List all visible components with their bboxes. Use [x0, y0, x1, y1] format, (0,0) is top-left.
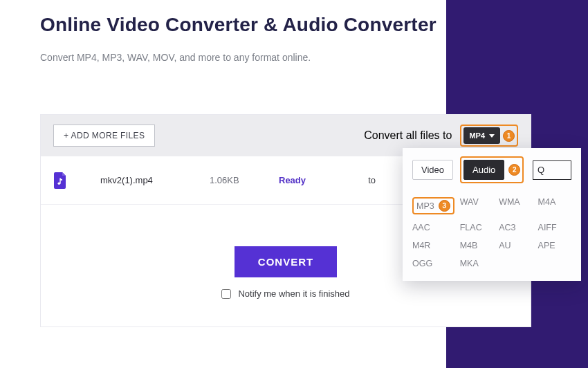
target-format-text: MP4 [469, 131, 485, 140]
file-name: mkv2(1).mp4 [100, 175, 210, 185]
format-option-m4r[interactable]: M4R [412, 241, 454, 250]
notify-label: Notify me when it is finished [238, 288, 349, 299]
format-option-mp3[interactable]: MP3 [416, 201, 434, 211]
notify-checkbox[interactable] [221, 289, 231, 299]
callout-badge-1: 1 [503, 130, 515, 142]
format-grid: MP3 3 WAV WMA M4A AAC FLAC AC3 AIFF M4R … [412, 197, 571, 268]
file-audio-icon [53, 172, 67, 189]
callout-badge-2: 2 [508, 164, 520, 176]
format-option-mka[interactable]: MKA [460, 259, 493, 268]
format-selector-highlight: MP4 1 [460, 125, 518, 147]
format-popup: Video Audio 2 Q MP3 3 WAV WMA M4A AAC FL… [403, 148, 581, 281]
format-option-ape[interactable]: APE [538, 241, 571, 250]
format-option-wav[interactable]: WAV [460, 197, 493, 214]
target-format-chip[interactable]: MP4 [463, 127, 500, 144]
format-mp3-highlight: MP3 3 [412, 197, 454, 214]
format-search-input[interactable]: Q [533, 160, 571, 180]
format-option-ogg[interactable]: OGG [412, 259, 454, 268]
callout-badge-3: 3 [439, 200, 450, 212]
format-option-au[interactable]: AU [499, 241, 532, 250]
format-option-wma[interactable]: WMA [499, 197, 532, 214]
page-title: Online Video Converter & Audio Converter [40, 12, 441, 37]
format-option-m4a[interactable]: M4A [538, 197, 571, 214]
format-option-aiff[interactable]: AIFF [538, 223, 571, 232]
format-option-aac[interactable]: AAC [412, 223, 454, 232]
tab-audio-highlight: Audio 2 [460, 156, 524, 183]
format-option-m4b[interactable]: M4B [460, 241, 493, 250]
file-status: Ready [279, 175, 348, 185]
tab-audio[interactable]: Audio [463, 160, 504, 180]
format-option-ac3[interactable]: AC3 [499, 223, 532, 232]
chevron-down-icon [489, 134, 495, 138]
to-label: to [348, 175, 376, 185]
page-subtitle: Convert MP4, MP3, WAV, MOV, and more to … [40, 52, 441, 63]
add-more-files-button[interactable]: + ADD MORE FILES [53, 125, 155, 147]
search-icon: Q [538, 165, 544, 175]
svg-point-0 [58, 182, 61, 185]
file-size: 1.06KB [210, 175, 279, 185]
tab-video[interactable]: Video [412, 160, 453, 180]
convert-all-label: Convert all files to [364, 129, 452, 142]
convert-button[interactable]: CONVERT [235, 246, 337, 277]
format-option-flac[interactable]: FLAC [460, 223, 493, 232]
